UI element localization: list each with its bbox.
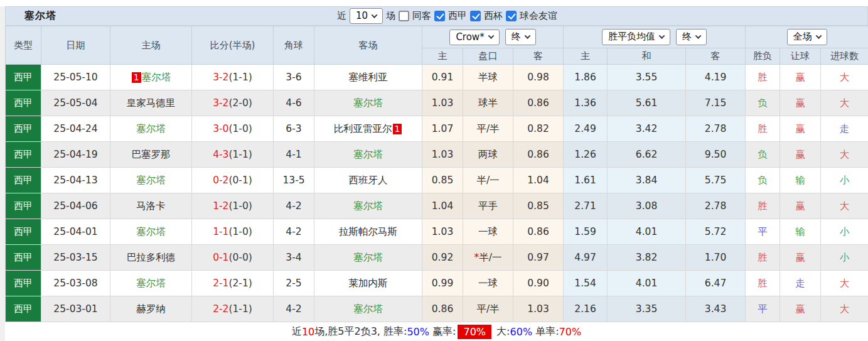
table-header: 类型 日期 主场 比分(半场) 角球 客场 Crow* 终	[6, 26, 868, 65]
cell-result-goals: 小	[821, 219, 868, 245]
cell-avg-away: 5.72	[686, 219, 746, 245]
chevron-down-icon	[488, 33, 494, 39]
match-row: 西甲25-05-101塞尔塔3-2(1-1)3-6塞维利亚0.91半球0.981…	[6, 65, 868, 90]
cell-away-team[interactable]: 塞尔塔	[314, 142, 422, 168]
recent-count-select[interactable]: 10	[350, 8, 383, 24]
cell-avg-away: 5.75	[686, 168, 746, 193]
bookmaker-select[interactable]: Crow*	[449, 30, 499, 45]
halftime-score: (1-0)	[228, 123, 252, 134]
fulltime-select[interactable]: 全场	[787, 29, 827, 45]
cell-avg-home: 2.16	[564, 296, 608, 322]
cell-avg-home: 2.71	[564, 193, 608, 219]
summary-segment: 场,胜5平2负3, 胜率:	[314, 325, 407, 338]
cell-odds-away: 0.85	[513, 193, 564, 219]
cell-league-badge: 西甲	[6, 142, 41, 168]
cell-home-team[interactable]: 塞尔塔	[110, 116, 192, 142]
bookmaker-select-value: Crow*	[456, 31, 484, 43]
cell-away-team[interactable]: 莱加内斯	[314, 271, 422, 296]
league-checkbox-friendly[interactable]	[506, 11, 517, 21]
same-opponent-label: 同客	[412, 10, 431, 22]
cell-home-team[interactable]: 1塞尔塔	[110, 65, 192, 90]
fulltime-score: 4-3	[213, 149, 228, 160]
cell-away-team[interactable]: 比利亚雷亚尔1	[314, 116, 422, 142]
handicap-line: 半/一	[479, 252, 501, 263]
league-label-laliga: 西甲	[448, 10, 467, 22]
cell-avg-draw: 3.55	[608, 65, 686, 90]
home-team-name: 马洛卡	[136, 200, 166, 212]
cell-home-team[interactable]: 巴塞罗那	[110, 142, 192, 168]
cell-away-team[interactable]: 塞尔塔	[314, 193, 422, 219]
summary-segment: 单率:	[532, 325, 559, 338]
home-team-name: 塞尔塔	[136, 175, 166, 186]
cell-away-team[interactable]: 拉斯帕尔马斯	[314, 219, 422, 245]
cell-avg-draw: 3.08	[608, 193, 686, 219]
sub-header-avg-home: 主	[564, 48, 608, 65]
col-header-corners: 角球	[274, 26, 314, 65]
page-title: 塞尔塔	[24, 9, 56, 23]
cell-avg-home: 1.61	[564, 168, 608, 193]
cell-home-team[interactable]: 巴拉多利德	[110, 245, 192, 271]
fulltime-score: 0-2	[213, 175, 228, 186]
match-row: 西甲25-03-08塞尔塔2-1(2-1)2-5莱加内斯0.99一球0.901.…	[6, 271, 868, 296]
league-label-friendly: 球会友谊	[520, 10, 557, 22]
cell-home-team[interactable]: 马洛卡	[110, 193, 192, 219]
cell-away-team[interactable]: 塞维利亚	[314, 65, 422, 90]
summary-line: 近10场,胜5平2负3, 胜率:50% 赢率:70% 大:60% 单率:70%	[5, 322, 868, 341]
cell-odds-home: 1.07	[422, 116, 463, 142]
cell-result-handicap: 走	[780, 271, 821, 296]
cell-away-team[interactable]: 塞尔塔	[314, 245, 422, 271]
league-checkbox-laliga[interactable]	[434, 11, 445, 21]
cell-odds-home: 1.04	[422, 193, 463, 219]
handicap-line: 一球	[478, 278, 498, 289]
sub-header-odds-away: 客	[513, 48, 564, 65]
cell-odds-away: 0.86	[513, 142, 564, 168]
cell-score: 4-3(1-1)	[192, 142, 274, 168]
cell-home-team[interactable]: 塞尔塔	[110, 219, 192, 245]
summary-segment: 70%	[458, 325, 491, 339]
cell-avg-away: 4.19	[686, 65, 746, 90]
cell-away-team[interactable]: 西班牙人	[314, 168, 422, 193]
col-header-type: 类型	[6, 26, 41, 65]
cell-home-team[interactable]: 塞尔塔	[110, 271, 192, 296]
matches-label: 场	[386, 10, 395, 22]
cell-odds-away: 0.90	[513, 271, 564, 296]
rank-badge: 1	[132, 72, 141, 83]
col-header-date: 日期	[41, 26, 110, 65]
bookmaker-time-select[interactable]: 终	[505, 29, 536, 45]
fulltime-score: 0-1	[213, 252, 228, 263]
cell-away-team[interactable]: 塞尔塔	[314, 90, 422, 116]
summary-segment: 赢率:	[429, 325, 456, 338]
summary-segment: 10	[302, 326, 314, 338]
cell-result-goals: 大	[821, 296, 868, 322]
cell-result-outcome: 胜	[746, 245, 780, 271]
fulltime-select-value: 全场	[793, 31, 812, 43]
cell-result-handicap: 赢	[780, 296, 821, 322]
same-opponent-checkbox[interactable]	[399, 11, 409, 21]
sub-header-handicap: 让球	[780, 48, 821, 65]
league-checkbox-copa[interactable]	[470, 11, 481, 21]
chevron-down-icon	[372, 12, 378, 18]
handicap-line: 半/一	[476, 175, 499, 186]
cell-away-team[interactable]: 塞尔塔	[314, 296, 422, 322]
col-header-home: 主场	[110, 26, 192, 65]
cell-score: 3-2(1-1)	[192, 65, 274, 90]
left-gutter	[0, 6, 5, 341]
cell-avg-home: 1.54	[564, 271, 608, 296]
cell-home-team[interactable]: 赫罗纳	[110, 296, 192, 322]
fulltime-score: 2-1	[213, 278, 228, 289]
average-select[interactable]: 胜平负均值	[602, 29, 670, 45]
cell-avg-draw: 3.82	[608, 245, 686, 271]
away-team-name: 塞尔塔	[353, 97, 383, 109]
home-team-name: 塞尔塔	[142, 72, 171, 83]
cell-home-team[interactable]: 塞尔塔	[110, 168, 192, 193]
cell-result-handicap: 赢	[780, 142, 821, 168]
chevron-down-icon	[695, 33, 702, 39]
away-team-name: 塞尔塔	[353, 149, 383, 160]
cell-league-badge: 西甲	[6, 219, 41, 245]
cell-home-team[interactable]: 皇家马德里	[110, 90, 192, 116]
cell-league-badge: 西甲	[6, 90, 41, 116]
average-time-select[interactable]: 终	[676, 29, 707, 45]
group-header-bookmaker: Crow* 终	[422, 26, 564, 48]
cell-result-outcome: 平	[746, 219, 780, 245]
cell-odds-home: 1.03	[422, 142, 463, 168]
